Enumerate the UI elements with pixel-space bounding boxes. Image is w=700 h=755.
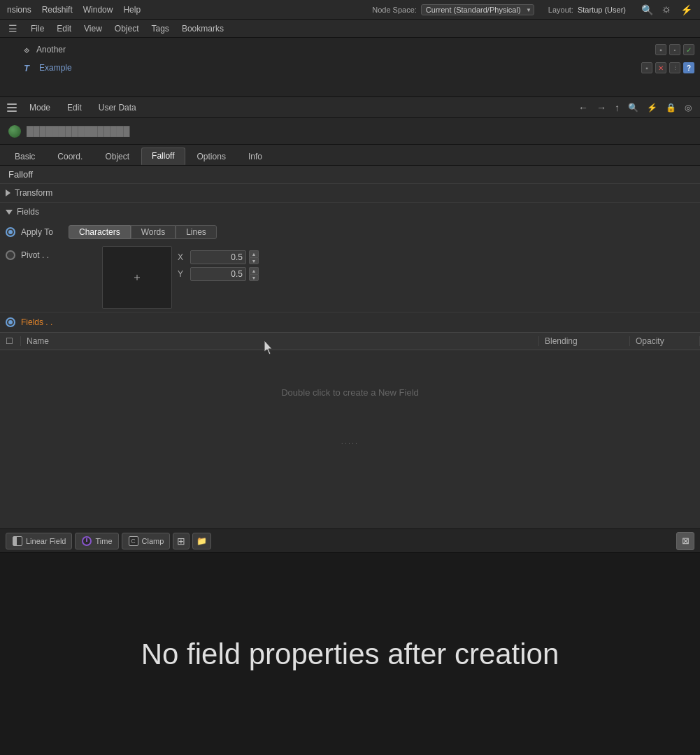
pin-icon[interactable]: ◎ [682,101,694,114]
pivot-left: Pivot . . [6,246,97,260]
user-data-label[interactable]: User Data [93,101,142,114]
menu-tags[interactable]: Tags [146,22,175,35]
forward-icon[interactable]: → [594,101,609,115]
time-label: Time [95,537,112,545]
fields-empty-area[interactable]: Double click to create a New Field [0,350,700,434]
node-space-dropdown-wrap[interactable]: Current (Standard/Physical) [421,4,534,15]
y-down-button[interactable]: ▼ [249,274,259,281]
folder-button[interactable]: 📁 [192,533,211,549]
question-example[interactable]: ? [683,62,694,73]
x-example[interactable]: ✕ [655,62,666,73]
menu-bar: ☰ File Edit View Object Tags Bookmarks [0,20,700,38]
props-nav: ← → ↑ 🔍 ⚡ 🔒 ◎ [576,101,694,115]
falloff-section-title: Falloff [0,166,700,183]
menu-help[interactable]: Help [123,5,141,15]
menu-edit[interactable]: Edit [51,22,77,35]
object-indicator [8,125,21,138]
object-row-another[interactable]: ⟐ Another ▪ • ✓ [0,41,700,59]
big-caption: No field properties after creation [141,638,559,671]
menu-view[interactable]: View [78,22,108,35]
linear-field-icon [12,535,23,547]
add-field-icon: ⊞ [177,535,185,547]
menu-file[interactable]: File [25,22,50,35]
col-check: ☐ [0,336,21,346]
search-icon[interactable]: 🔍 [640,3,654,17]
edit-label[interactable]: Edit [62,101,87,114]
apply-lines-button[interactable]: Lines [176,225,217,239]
pivot-radio[interactable] [6,250,15,260]
transform-row[interactable]: Transform [0,184,700,202]
object-name-another: Another [36,45,651,55]
menu-bookmarks[interactable]: Bookmarks [176,22,229,35]
object-row-example[interactable]: T Example ▪ ✕ ⋮ ? [0,59,700,77]
fields-table-header: ☐ Name Blending Opacity [0,332,700,350]
add-field-button[interactable]: ⊞ [173,533,190,549]
bottom-toolbar: Linear Field Time C Clamp ⊞ 📁 ⊠ [0,528,700,552]
x-up-button[interactable]: ▲ [249,250,259,257]
object-controls-example: ▪ ✕ ⋮ ? [641,62,694,73]
tab-basic[interactable]: Basic [4,148,45,165]
linear-field-label: Linear Field [26,537,66,545]
x-input[interactable] [190,250,246,264]
check-another[interactable]: ✓ [683,44,694,55]
x-spinners: ▲ ▼ [249,250,259,264]
apply-characters-button[interactable]: Characters [69,225,131,239]
tab-info[interactable]: Info [238,148,273,165]
up-icon[interactable]: ↑ [612,101,622,115]
bookmark-icon[interactable]: ⛭ [659,3,673,17]
filter-icon2[interactable]: ⚡ [644,101,660,114]
node-space-section: Node Space: Current (Standard/Physical) [372,4,534,15]
col-blending: Blending [539,336,630,346]
node-space-select[interactable]: Current (Standard/Physical) [421,4,534,15]
fields-list-header[interactable]: Fields . . [0,312,700,332]
right-icon: ⊠ [682,535,690,546]
tab-falloff[interactable]: Falloff [141,148,185,165]
object-name-example: Example [39,63,637,73]
apply-to-row: Apply To Characters Words Lines [0,221,700,243]
y-input[interactable] [190,267,246,281]
check-icon: ✓ [686,46,692,54]
x-down-button[interactable]: ▼ [249,257,259,264]
tab-coord[interactable]: Coord. [47,148,93,165]
checkbox-icon: ▪ [659,46,662,54]
hamburger-menu-icon[interactable]: ☰ [6,22,20,36]
col-opacity: Opacity [630,336,700,346]
right-toolbar-button[interactable]: ⊠ [676,532,694,550]
fields-label: Fields [17,207,39,217]
search-icon2[interactable]: 🔍 [625,101,641,114]
checkbox-another[interactable]: ▪ [655,44,666,55]
layout-section: Layout: Startup (User) [548,6,626,14]
menu-nsions[interactable]: nsions [7,5,31,15]
x-coord-row: X ▲ ▼ [178,250,259,264]
layout-value: Startup (User) [578,6,626,14]
time-button[interactable]: Time [75,533,118,549]
fields-list-radio[interactable] [6,317,15,327]
filter-icon[interactable]: ⚡ [679,3,693,17]
menu-window[interactable]: Window [83,5,113,15]
object-controls-another: ▪ • ✓ [655,44,694,55]
mode-menu-button[interactable] [6,102,18,113]
dot-another[interactable]: • [669,44,680,55]
linear-field-button[interactable]: Linear Field [6,533,72,549]
dot2-example[interactable]: ⋮ [669,62,680,73]
fields-list-section: Fields . . ☐ Name Blending Opacity Doubl… [0,312,700,448]
tab-object[interactable]: Object [94,148,140,165]
pivot-row: Pivot . . X ▲ ▼ Y [0,243,700,312]
apply-words-button[interactable]: Words [131,225,176,239]
x-icon: ✕ [658,64,664,72]
checkbox-example[interactable]: ▪ [641,62,652,73]
menu-object[interactable]: Object [109,22,145,35]
back-icon[interactable]: ← [576,101,591,115]
folder-icon: 📁 [197,536,207,546]
fields-list-label: Fields . . [21,317,52,327]
fields-row[interactable]: Fields [0,203,700,221]
hamburger-line [7,103,17,105]
mode-label[interactable]: Mode [24,101,56,114]
menu-redshift[interactable]: Redshift [42,5,73,15]
clamp-button[interactable]: C Clamp [122,533,171,549]
apply-to-radio[interactable] [6,227,15,237]
lock-icon[interactable]: 🔒 [663,101,679,114]
y-up-button[interactable]: ▲ [249,267,259,274]
pivot-visual[interactable] [102,246,172,309]
tab-options[interactable]: Options [187,148,236,165]
